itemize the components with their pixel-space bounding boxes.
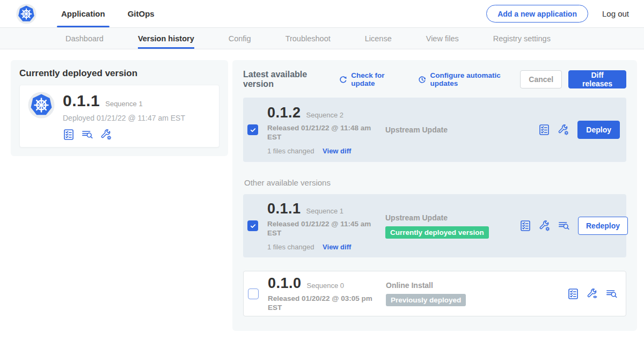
refresh-icon [339, 75, 348, 84]
version-source-label: Online Install [386, 281, 520, 290]
currently-deployed-badge: Currently deployed version [385, 226, 489, 239]
version-row-0-1-2: 0.1.2 Sequence 2 Released 01/21/22 @ 11:… [243, 98, 626, 162]
released-timestamp: Released 01/20/22 @ 03:05 pm EST [268, 294, 374, 313]
version-history-panel: Latest available version Check for updat… [232, 60, 637, 331]
tab-application[interactable]: Application [61, 0, 105, 27]
check-for-update-link[interactable]: Check for update [339, 71, 404, 87]
top-right-actions: Add a new application Log out [486, 5, 629, 23]
top-navigation: Application GitOps Add a new application… [0, 0, 644, 27]
configure-auto-updates-link[interactable]: Configure automatic updates [418, 71, 520, 87]
top-tabs: Application GitOps [61, 0, 155, 27]
version-row-0-1-1: 0.1.1 Sequence 1 Released 01/21/22 @ 11:… [243, 194, 626, 257]
sequence-label: Sequence 1 [306, 207, 343, 215]
previously-deployed-badge: Previously deployed [386, 294, 466, 306]
currently-deployed-title: Currently deployed version [19, 68, 219, 79]
version-number: 0.1.1 [267, 201, 301, 217]
subtab-dashboard[interactable]: Dashboard [65, 28, 104, 49]
deployed-version-number: 0.1.1 [63, 92, 100, 110]
files-changed-label: 1 files changed [267, 147, 314, 155]
auto-update-clock-icon [418, 75, 427, 84]
edit-config-icon[interactable] [100, 129, 112, 141]
view-diff-link[interactable]: View diff [323, 243, 351, 251]
redeploy-button[interactable]: Redeploy [578, 217, 628, 235]
latest-version-header: Latest available version Check for updat… [243, 70, 626, 89]
subtab-version-history[interactable]: Version history [138, 28, 194, 49]
logout-link[interactable]: Log out [602, 9, 629, 18]
latest-version-title: Latest available version [243, 70, 331, 89]
edit-config-icon[interactable] [539, 220, 551, 232]
released-timestamp: Released 01/21/22 @ 11:45 am EST [267, 220, 374, 238]
subtab-license[interactable]: License [365, 28, 392, 49]
subtab-troubleshoot[interactable]: Troubleshoot [286, 28, 331, 49]
released-timestamp: Released 01/21/22 @ 11:48 am EST [267, 124, 374, 142]
deployed-version-card: 0.1.1 Sequence 1 Deployed 01/21/22 @ 11:… [19, 85, 219, 147]
preflight-checks-icon[interactable] [538, 124, 550, 136]
kubernetes-logo [16, 4, 36, 24]
version-checkbox[interactable] [247, 220, 258, 231]
tab-gitops[interactable]: GitOps [128, 0, 155, 27]
kubernetes-app-icon [28, 92, 55, 119]
version-source-label: Upstream Update [385, 125, 519, 134]
deploy-logs-icon[interactable] [82, 129, 93, 141]
preflight-checks-icon[interactable] [519, 220, 531, 232]
files-changed-label: 1 files changed [267, 243, 314, 251]
view-diff-link[interactable]: View diff [323, 147, 351, 155]
deployed-sequence-label: Sequence 1 [105, 100, 142, 108]
diff-releases-button[interactable]: Diff releases [568, 70, 626, 88]
view-config-icon[interactable] [587, 288, 598, 300]
version-source-label: Upstream Update [385, 213, 519, 222]
configure-auto-updates-label: Configure automatic updates [430, 71, 520, 87]
deploy-logs-icon[interactable] [606, 288, 618, 300]
version-checkbox[interactable] [248, 289, 259, 299]
add-new-application-button[interactable]: Add a new application [486, 5, 588, 23]
cancel-button[interactable]: Cancel [520, 70, 562, 88]
version-checkbox[interactable] [247, 124, 258, 135]
currently-deployed-panel: Currently deployed version 0.1.1 Sequenc… [11, 60, 228, 156]
version-number: 0.1.2 [267, 105, 301, 121]
edit-config-icon[interactable] [558, 124, 569, 136]
subtab-config[interactable]: Config [229, 28, 251, 49]
preflight-checks-icon[interactable] [567, 288, 579, 300]
deploy-logs-icon[interactable] [558, 220, 570, 232]
sequence-label: Sequence 0 [307, 282, 344, 290]
subtab-registry-settings[interactable]: Registry settings [493, 28, 551, 49]
version-row-0-1-0: 0.1.0 Sequence 0 Released 01/20/22 @ 03:… [243, 271, 626, 316]
deployed-timestamp: Deployed 01/21/22 @ 11:47 am EST [63, 114, 185, 122]
preflight-checks-icon[interactable] [63, 129, 75, 141]
subtab-view-files[interactable]: View files [426, 28, 459, 49]
other-versions-title: Other available versions [244, 178, 626, 187]
app-sub-navigation: Dashboard Version history Config Trouble… [0, 27, 644, 49]
sequence-label: Sequence 2 [306, 111, 343, 119]
version-number: 0.1.0 [268, 275, 302, 292]
deploy-button[interactable]: Deploy [577, 121, 620, 139]
check-for-update-label: Check for update [351, 71, 404, 87]
